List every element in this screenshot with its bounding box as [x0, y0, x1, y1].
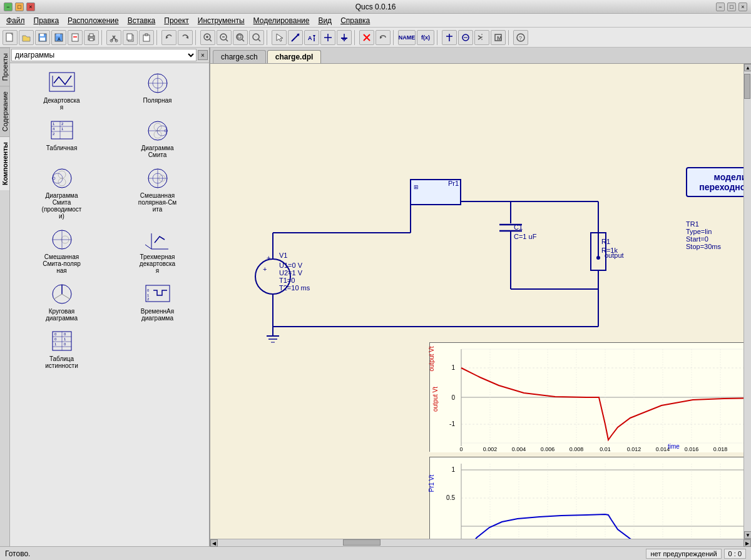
tb-ground[interactable]	[337, 30, 352, 45]
tb-new[interactable]	[3, 30, 18, 45]
titlebar: − □ × Qucs 0.0.16 − □ ×	[0, 0, 751, 14]
comp-smith-adm[interactable]: ДиаграммаСмита(проводимости)	[15, 163, 108, 222]
tb-vdd[interactable]	[442, 30, 457, 45]
component-category-select[interactable]: диаграммы все компоненты источники пасси…	[11, 49, 197, 61]
comp-mixed-polar[interactable]: Смешаннаяполярная-Смита	[111, 163, 204, 222]
pr1-label: Pr1	[448, 180, 459, 187]
scroll-up-button[interactable]: ▲	[744, 64, 751, 71]
tb-redo[interactable]	[178, 30, 193, 45]
canvas: +	[210, 64, 751, 539]
chart2-y-label: Pr1 Vt	[428, 475, 435, 492]
tab-projects[interactable]: Проекты	[0, 48, 9, 86]
comp-polar[interactable]: Полярная	[111, 68, 204, 113]
menubar: Файл Правка Расположение Вставка Проект …	[0, 14, 751, 28]
tb-saveas[interactable]: A	[51, 30, 66, 45]
svg-line-31	[242, 39, 244, 41]
tb-insert-component[interactable]	[320, 30, 335, 45]
comp-truth-table[interactable]: 0 0 0 1 1 0 Таблицаистинности	[15, 327, 108, 372]
tb-copy[interactable]	[123, 30, 138, 45]
circuit-svg: +	[210, 64, 742, 345]
maximize-button[interactable]: □	[15, 3, 24, 11]
comp-timing[interactable]: 0 1 2 ВременнАядиаграмма	[111, 279, 204, 324]
menu-layout[interactable]: Расположение	[64, 15, 123, 26]
svg-rect-18	[127, 34, 132, 40]
menu-help[interactable]: Справка	[337, 15, 374, 26]
tb-name[interactable]: NAME	[398, 30, 416, 45]
comp-circular[interactable]: Круговаядиаграмма	[15, 279, 108, 324]
svg-line-103	[54, 294, 62, 299]
scroll-left-button[interactable]: ◀	[210, 539, 218, 547]
svg-text:0.008: 0.008	[570, 446, 584, 452]
comp-smith-icon	[142, 118, 173, 143]
vertical-scrollbar[interactable]: ▲ ▼	[743, 64, 751, 539]
svg-rect-104	[146, 285, 170, 302]
tb-zoom-select[interactable]	[249, 30, 264, 45]
comp-3d-cartesian-label: Трехмернаядекартовская	[140, 253, 175, 274]
annotation-box: моделированиепереходного процесса	[686, 167, 751, 197]
svg-point-86	[58, 171, 66, 178]
menu-insert[interactable]: Вставка	[124, 15, 160, 26]
horizontal-scrollbar: ◀ ▶	[210, 539, 751, 546]
menu-view[interactable]: Вид	[314, 15, 335, 26]
svg-text:1: 1	[54, 342, 57, 346]
menu-tools[interactable]: Инструменты	[194, 15, 248, 26]
tab-charge-sch[interactable]: charge.sch	[213, 50, 266, 63]
tab-contents[interactable]: Содержание	[0, 86, 9, 136]
menu-simulation[interactable]: Моделирование	[250, 15, 314, 26]
comp-cartesian[interactable]: Декартовская	[15, 68, 108, 113]
scroll-track-vertical	[744, 71, 751, 531]
tb-rotate[interactable]	[376, 30, 391, 45]
tb-simulate[interactable]: ?	[513, 30, 528, 45]
tb-open[interactable]	[19, 30, 34, 45]
tabs-bar: charge.sch charge.dpl	[210, 48, 751, 64]
scroll-down-button[interactable]: ▼	[744, 531, 751, 539]
chart2-svg: 1 0.5 0 0 0.002 0.004 0.006 0.008 0.01 0…	[430, 457, 751, 539]
tb-undo[interactable]	[161, 30, 176, 45]
tb-insert-wire[interactable]	[288, 30, 303, 45]
svg-text:⊞: ⊞	[414, 184, 419, 190]
comp-smith-adm-label: ДиаграммаСмита(проводимости)	[42, 192, 82, 220]
comp-cartesian-label: Декартовская	[43, 97, 79, 111]
tb-zoom-in[interactable]	[200, 30, 215, 45]
tb-cut[interactable]	[106, 30, 121, 45]
tb-zoom-out[interactable]	[217, 30, 232, 45]
comp-tabular[interactable]: 1 2 4 1 2 Табличная	[15, 116, 108, 161]
comp-smith[interactable]: ДиаграммаСмита	[111, 116, 204, 161]
tb-select[interactable]	[272, 30, 287, 45]
tb-delete[interactable]	[359, 30, 374, 45]
win-btn-max[interactable]: □	[727, 3, 736, 11]
menu-project[interactable]: Проект	[160, 15, 193, 26]
menu-file[interactable]: Файл	[3, 15, 29, 26]
menu-edit[interactable]: Правка	[30, 15, 63, 26]
tab-components[interactable]: Компоненты	[0, 136, 9, 190]
r1-label: R1	[601, 238, 610, 245]
tb-save[interactable]	[35, 30, 50, 45]
tb-gnd[interactable]	[458, 30, 473, 45]
tb-edit-props[interactable]: M	[491, 30, 506, 45]
svg-text:1: 1	[53, 122, 55, 126]
close-button[interactable]: ×	[26, 3, 35, 11]
tb-zoom-all[interactable]	[233, 30, 248, 45]
panel-close-button[interactable]: ×	[198, 50, 208, 60]
scroll-thumb-horizontal[interactable]	[343, 539, 381, 546]
comp-3d-cartesian[interactable]: Трехмернаядекартовская	[111, 225, 204, 277]
tb-paste[interactable]	[139, 30, 154, 45]
scroll-thumb-vertical[interactable]	[744, 74, 750, 99]
svg-text:-1: -1	[449, 420, 455, 427]
win-btn-close[interactable]: ×	[738, 3, 747, 11]
scroll-right-button[interactable]: ▶	[743, 539, 751, 547]
comp-mixed-smith[interactable]: СмешаннаяСмита-полярная	[15, 225, 108, 277]
tb-mirror[interactable]	[474, 30, 489, 45]
svg-point-80	[154, 123, 161, 131]
toolbar-separator-8	[508, 30, 511, 45]
tb-func[interactable]: f(x)	[417, 30, 434, 45]
tab-charge-dpl[interactable]: charge.dpl	[267, 50, 322, 63]
win-btn-min[interactable]: −	[716, 3, 725, 11]
svg-text:0: 0	[54, 337, 57, 341]
statusbar: Готово. нет предупреждений 0 : 0	[0, 546, 751, 560]
minimize-button[interactable]: −	[4, 3, 13, 11]
tb-print[interactable]	[84, 30, 99, 45]
svg-text:1: 1	[451, 466, 455, 473]
tb-close[interactable]	[68, 30, 83, 45]
tb-wire-label[interactable]: A	[304, 30, 319, 45]
